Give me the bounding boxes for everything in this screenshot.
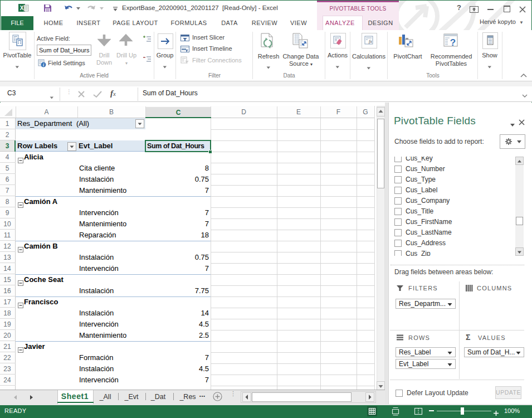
svg-text:fx: fx — [369, 39, 372, 44]
svg-text:?: ? — [450, 37, 456, 48]
svg-text:X: X — [20, 5, 24, 11]
